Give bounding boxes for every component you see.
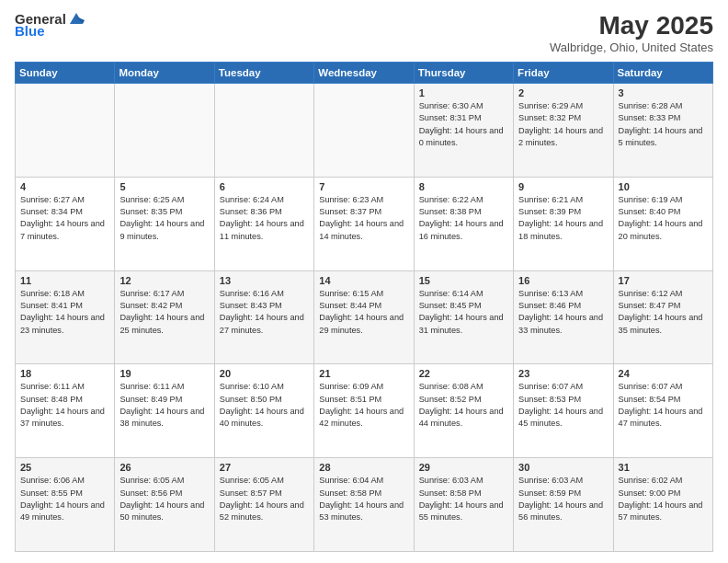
day-info: Sunrise: 6:05 AM Sunset: 8:57 PM Dayligh… [220, 475, 309, 523]
day-info: Sunrise: 6:13 AM Sunset: 8:46 PM Dayligh… [518, 288, 608, 337]
day-info: Sunrise: 6:05 AM Sunset: 8:56 PM Dayligh… [119, 475, 209, 523]
calendar-cell: 2Sunrise: 6:29 AM Sunset: 8:32 PM Daylig… [514, 84, 613, 178]
calendar-cell: 18Sunrise: 6:11 AM Sunset: 8:48 PM Dayli… [16, 364, 115, 458]
day-number: 30 [518, 462, 608, 473]
day-number: 23 [518, 368, 608, 379]
logo-icon [68, 11, 85, 26]
day-number: 24 [619, 368, 708, 379]
day-number: 11 [20, 275, 109, 286]
calendar-cell: 31Sunrise: 6:02 AM Sunset: 9:00 PM Dayli… [613, 458, 712, 552]
day-info: Sunrise: 6:18 AM Sunset: 8:41 PM Dayligh… [20, 288, 109, 337]
day-number: 12 [119, 275, 209, 286]
day-info: Sunrise: 6:25 AM Sunset: 8:35 PM Dayligh… [119, 194, 209, 243]
day-number: 13 [220, 275, 309, 286]
calendar-cell: 27Sunrise: 6:05 AM Sunset: 8:57 PM Dayli… [214, 458, 313, 552]
day-info: Sunrise: 6:03 AM Sunset: 8:58 PM Dayligh… [419, 475, 508, 523]
calendar-cell: 15Sunrise: 6:14 AM Sunset: 8:45 PM Dayli… [414, 270, 513, 364]
calendar-cell: 13Sunrise: 6:16 AM Sunset: 8:43 PM Dayli… [214, 270, 313, 364]
calendar-cell: 21Sunrise: 6:09 AM Sunset: 8:51 PM Dayli… [314, 364, 414, 458]
calendar-cell: 22Sunrise: 6:08 AM Sunset: 8:52 PM Dayli… [414, 364, 513, 458]
day-number: 9 [518, 181, 608, 192]
calendar-day-header: Friday [514, 63, 613, 84]
day-info: Sunrise: 6:10 AM Sunset: 8:50 PM Dayligh… [220, 381, 309, 430]
day-info: Sunrise: 6:30 AM Sunset: 8:31 PM Dayligh… [419, 100, 508, 149]
calendar-day-header: Thursday [414, 63, 513, 84]
day-number: 20 [220, 368, 309, 379]
header: General Blue May 2025 Walbridge, Ohio, U… [15, 11, 713, 54]
day-info: Sunrise: 6:21 AM Sunset: 8:39 PM Dayligh… [518, 194, 608, 243]
calendar-cell: 4Sunrise: 6:27 AM Sunset: 8:34 PM Daylig… [16, 177, 115, 270]
calendar-cell: 5Sunrise: 6:25 AM Sunset: 8:35 PM Daylig… [115, 177, 214, 270]
day-info: Sunrise: 6:09 AM Sunset: 8:51 PM Dayligh… [319, 381, 408, 430]
day-number: 27 [220, 462, 309, 473]
calendar-week-row: 25Sunrise: 6:06 AM Sunset: 8:55 PM Dayli… [16, 458, 713, 552]
day-info: Sunrise: 6:16 AM Sunset: 8:43 PM Dayligh… [220, 288, 309, 337]
calendar-cell: 12Sunrise: 6:17 AM Sunset: 8:42 PM Dayli… [115, 270, 214, 364]
logo-blue: Blue [15, 23, 45, 39]
calendar-day-header: Monday [115, 63, 214, 84]
day-number: 4 [20, 181, 109, 192]
calendar-cell: 23Sunrise: 6:07 AM Sunset: 8:53 PM Dayli… [514, 364, 613, 458]
day-info: Sunrise: 6:11 AM Sunset: 8:49 PM Dayligh… [119, 381, 209, 430]
calendar-cell: 10Sunrise: 6:19 AM Sunset: 8:40 PM Dayli… [613, 177, 712, 270]
calendar-week-row: 1Sunrise: 6:30 AM Sunset: 8:31 PM Daylig… [16, 84, 713, 178]
day-info: Sunrise: 6:07 AM Sunset: 8:53 PM Dayligh… [518, 381, 608, 430]
day-number: 17 [619, 275, 708, 286]
day-info: Sunrise: 6:14 AM Sunset: 8:45 PM Dayligh… [419, 288, 508, 337]
day-info: Sunrise: 6:28 AM Sunset: 8:33 PM Dayligh… [619, 100, 708, 149]
calendar-cell: 29Sunrise: 6:03 AM Sunset: 8:58 PM Dayli… [414, 458, 513, 552]
day-number: 8 [419, 181, 508, 192]
calendar-cell: 28Sunrise: 6:04 AM Sunset: 8:58 PM Dayli… [314, 458, 414, 552]
day-info: Sunrise: 6:23 AM Sunset: 8:37 PM Dayligh… [319, 194, 408, 243]
calendar-cell: 8Sunrise: 6:22 AM Sunset: 8:38 PM Daylig… [414, 177, 513, 270]
day-number: 31 [619, 462, 708, 473]
calendar-cell: 6Sunrise: 6:24 AM Sunset: 8:36 PM Daylig… [214, 177, 313, 270]
day-number: 25 [20, 462, 109, 473]
day-number: 21 [319, 368, 408, 379]
day-number: 28 [319, 462, 408, 473]
day-number: 1 [419, 87, 508, 98]
day-info: Sunrise: 6:02 AM Sunset: 9:00 PM Dayligh… [619, 475, 708, 523]
calendar-cell: 16Sunrise: 6:13 AM Sunset: 8:46 PM Dayli… [514, 270, 613, 364]
day-number: 3 [619, 87, 708, 98]
day-number: 10 [619, 181, 708, 192]
day-info: Sunrise: 6:03 AM Sunset: 8:59 PM Dayligh… [518, 475, 608, 523]
subtitle: Walbridge, Ohio, United States [550, 40, 713, 54]
day-info: Sunrise: 6:15 AM Sunset: 8:44 PM Dayligh… [319, 288, 408, 337]
calendar-day-header: Saturday [613, 63, 712, 84]
calendar-header-row: SundayMondayTuesdayWednesdayThursdayFrid… [16, 63, 713, 84]
calendar-cell: 17Sunrise: 6:12 AM Sunset: 8:47 PM Dayli… [613, 270, 712, 364]
calendar-day-header: Tuesday [214, 63, 313, 84]
calendar-day-header: Wednesday [314, 63, 414, 84]
day-info: Sunrise: 6:04 AM Sunset: 8:58 PM Dayligh… [319, 475, 408, 523]
calendar: SundayMondayTuesdayWednesdayThursdayFrid… [15, 62, 713, 552]
calendar-cell: 26Sunrise: 6:05 AM Sunset: 8:56 PM Dayli… [115, 458, 214, 552]
day-number: 14 [319, 275, 408, 286]
calendar-week-row: 4Sunrise: 6:27 AM Sunset: 8:34 PM Daylig… [16, 177, 713, 270]
calendar-cell: 7Sunrise: 6:23 AM Sunset: 8:37 PM Daylig… [314, 177, 414, 270]
day-number: 6 [220, 181, 309, 192]
day-info: Sunrise: 6:06 AM Sunset: 8:55 PM Dayligh… [20, 475, 109, 523]
day-number: 18 [20, 368, 109, 379]
calendar-cell: 24Sunrise: 6:07 AM Sunset: 8:54 PM Dayli… [613, 364, 712, 458]
calendar-cell [115, 84, 214, 178]
day-info: Sunrise: 6:22 AM Sunset: 8:38 PM Dayligh… [419, 194, 508, 243]
day-number: 5 [119, 181, 209, 192]
day-info: Sunrise: 6:27 AM Sunset: 8:34 PM Dayligh… [20, 194, 109, 243]
calendar-cell: 19Sunrise: 6:11 AM Sunset: 8:49 PM Dayli… [115, 364, 214, 458]
day-number: 16 [518, 275, 608, 286]
day-info: Sunrise: 6:08 AM Sunset: 8:52 PM Dayligh… [419, 381, 508, 430]
logo: General Blue [15, 11, 85, 39]
calendar-cell [214, 84, 313, 178]
calendar-cell: 9Sunrise: 6:21 AM Sunset: 8:39 PM Daylig… [514, 177, 613, 270]
calendar-cell [16, 84, 115, 178]
day-number: 26 [119, 462, 209, 473]
title-block: May 2025 Walbridge, Ohio, United States [550, 11, 713, 54]
day-info: Sunrise: 6:17 AM Sunset: 8:42 PM Dayligh… [119, 288, 209, 337]
svg-marker-0 [70, 13, 83, 24]
day-info: Sunrise: 6:29 AM Sunset: 8:32 PM Dayligh… [518, 100, 608, 149]
calendar-cell [314, 84, 414, 178]
day-number: 29 [419, 462, 508, 473]
calendar-week-row: 11Sunrise: 6:18 AM Sunset: 8:41 PM Dayli… [16, 270, 713, 364]
calendar-cell: 1Sunrise: 6:30 AM Sunset: 8:31 PM Daylig… [414, 84, 513, 178]
